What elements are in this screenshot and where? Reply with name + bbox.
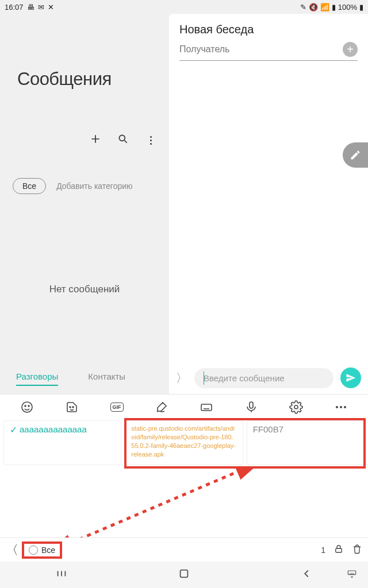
svg-point-4 — [70, 407, 71, 408]
selection-count: 1 — [321, 546, 325, 555]
home-icon[interactable] — [178, 567, 190, 582]
select-all-chip[interactable]: Все — [24, 544, 60, 556]
svg-rect-6 — [201, 404, 212, 411]
mute-icon: 🔇 — [309, 3, 318, 11]
signal-icon: ▮ — [332, 3, 336, 11]
clipboard-text: static-pre.qustodio.com/artifacts/androi… — [131, 424, 236, 458]
back-icon[interactable]: 〈 — [6, 541, 18, 559]
svg-rect-12 — [348, 571, 355, 575]
add-category-button[interactable]: Добавить категорию — [56, 181, 132, 191]
expand-icon[interactable]: 〉 — [176, 370, 187, 386]
check-icon: ✓ — [10, 424, 17, 435]
send-button[interactable] — [340, 368, 361, 388]
clipboard-control-bar: 〈 Все 1 — [0, 537, 368, 562]
recipient-input[interactable] — [179, 44, 343, 55]
tab-conversations[interactable]: Разговоры — [16, 372, 58, 386]
svg-point-1 — [22, 402, 32, 412]
emoji-icon[interactable] — [20, 400, 34, 414]
message-input[interactable]: Введите сообщение — [194, 368, 334, 388]
tab-contacts[interactable]: Контакты — [88, 372, 125, 386]
delete-icon[interactable] — [352, 544, 362, 556]
navigation-bar — [0, 562, 368, 588]
clipboard-text: FF00B7 — [253, 424, 358, 434]
lock-icon[interactable] — [334, 544, 344, 556]
mic-icon[interactable] — [244, 400, 258, 414]
svg-point-0 — [119, 135, 125, 141]
tools-icon: ✕ — [48, 3, 54, 11]
more-icon[interactable] — [145, 134, 156, 146]
battery-icon: ▮ — [359, 3, 363, 11]
clipboard-item[interactable]: ✓ aaaaaaaaaaaaaa — [3, 420, 121, 465]
search-icon[interactable] — [117, 133, 129, 147]
category-all-chip[interactable]: Все — [13, 178, 46, 194]
gif-icon[interactable]: GIF — [110, 400, 124, 414]
empty-state-text: Нет сообщений — [0, 284, 169, 295]
settings-icon[interactable] — [289, 400, 303, 414]
checkbox-icon — [29, 546, 38, 555]
new-conversation-title: Новая беседа — [169, 14, 368, 42]
recents-icon[interactable] — [55, 567, 68, 582]
clipboard-text: aaaaaaaaaaaaaa — [20, 424, 87, 434]
keyboard-hide-icon[interactable] — [346, 568, 358, 582]
wifi-icon: 📶 — [320, 3, 329, 11]
svg-point-8 — [294, 405, 298, 409]
edit-fab[interactable] — [343, 142, 368, 168]
messages-pane: Сообщения Все Добавить категорию Нет соо… — [0, 14, 169, 394]
clipboard-item[interactable]: FF00B7 — [247, 420, 365, 465]
pen-icon: ✎ — [300, 3, 306, 11]
app-title: Сообщения — [17, 69, 169, 90]
svg-point-3 — [28, 405, 29, 407]
battery-text: 100% — [338, 3, 357, 11]
svg-rect-10 — [336, 548, 342, 552]
clipboard-item[interactable]: static-pre.qustodio.com/artifacts/androi… — [125, 420, 243, 465]
add-recipient-button[interactable]: + — [343, 42, 358, 57]
draw-icon[interactable] — [155, 400, 168, 414]
keyboard-toolbar: GIF — [0, 394, 368, 419]
svg-rect-11 — [181, 570, 188, 578]
clipboard-row: ✓ aaaaaaaaaaaaaa static-pre.qustodio.com… — [0, 419, 368, 469]
svg-point-5 — [72, 407, 74, 408]
svg-point-2 — [25, 405, 26, 407]
new-conversation-pane: Новая беседа + 〉 Введите сообщение — [169, 14, 368, 394]
svg-line-9 — [63, 469, 253, 546]
svg-rect-7 — [250, 402, 253, 408]
keyboard-area — [0, 469, 368, 537]
back-nav-icon[interactable] — [300, 567, 313, 582]
printer-icon: 🖶 — [27, 3, 34, 11]
select-all-label: Все — [41, 546, 55, 555]
compose-icon[interactable] — [90, 133, 101, 147]
status-time: 16:07 — [5, 3, 24, 11]
sticker-icon[interactable] — [65, 400, 79, 414]
keyboard-icon[interactable] — [200, 400, 213, 414]
more-icon[interactable] — [334, 400, 348, 414]
status-bar: 16:07 🖶 ✉ ✕ ✎ 🔇 📶 ▮ 100% ▮ — [0, 0, 368, 14]
mail-icon: ✉ — [38, 3, 44, 11]
